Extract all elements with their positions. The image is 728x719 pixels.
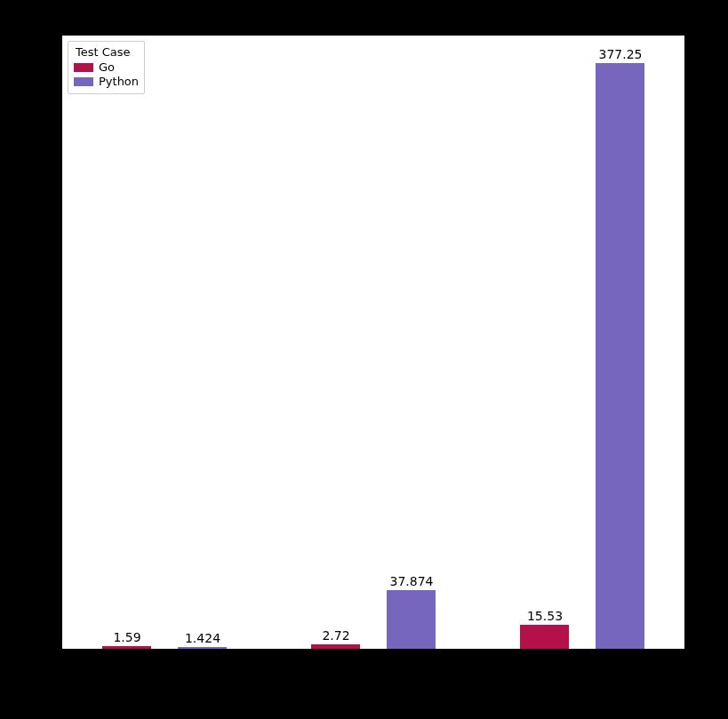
- legend-item-python: Python: [74, 75, 139, 89]
- bar-go-1: [102, 646, 151, 649]
- bar-python-2: [387, 590, 436, 649]
- bar-label-go-2: 2.72: [322, 628, 349, 643]
- bar-label-python-2: 37.874: [390, 574, 434, 588]
- legend-label-python: Python: [99, 75, 139, 89]
- legend-swatch-go: [74, 63, 93, 72]
- legend-title: Test Case: [76, 45, 139, 59]
- legend-swatch-python: [74, 77, 93, 86]
- bar-python-3: [596, 63, 644, 649]
- bar-python-1: [178, 647, 227, 649]
- bar-label-go-1: 1.59: [113, 630, 140, 644]
- legend-label-go: Go: [99, 60, 115, 75]
- bar-go-3: [520, 625, 569, 649]
- bar-label-python-1: 1.424: [185, 631, 220, 645]
- plot-area: Test Case Go Python 1.59 1.424 2.72 37.8…: [62, 36, 684, 649]
- bar-label-python-3: 377.25: [599, 47, 643, 61]
- bar-label-go-3: 15.53: [527, 609, 563, 623]
- legend-item-go: Go: [74, 60, 139, 75]
- legend: Test Case Go Python: [68, 41, 145, 94]
- bar-go-2: [311, 644, 360, 649]
